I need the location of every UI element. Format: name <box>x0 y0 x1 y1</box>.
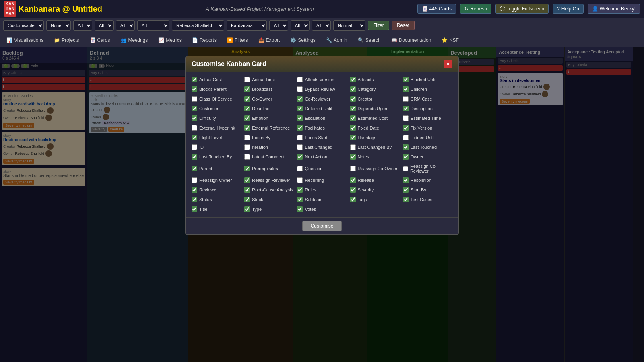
checkbox-votes[interactable] <box>297 206 303 212</box>
checkbox-release[interactable] <box>350 177 356 183</box>
nav-documentation[interactable]: 📖 Documentation <box>386 35 436 45</box>
checkbox-external-hyperlink[interactable] <box>192 125 197 131</box>
checkbox-children[interactable] <box>403 86 409 92</box>
modal-close-button[interactable]: × <box>444 60 452 68</box>
checkbox-status[interactable] <box>192 197 197 202</box>
checkbox-severity[interactable] <box>350 187 356 193</box>
checkbox-customer[interactable] <box>192 106 197 111</box>
checkbox-artifacts[interactable] <box>350 77 356 82</box>
reset-button[interactable]: Reset <box>392 21 415 30</box>
checkbox-hashtags[interactable] <box>350 135 356 140</box>
checkbox-question[interactable] <box>297 166 303 171</box>
all-select-1[interactable]: All <box>73 20 92 31</box>
checkbox-resolution[interactable] <box>403 177 409 183</box>
checkbox-facilitates[interactable] <box>297 125 303 131</box>
checkbox-class-of-service[interactable] <box>192 96 197 102</box>
checkbox-deadline[interactable] <box>244 106 250 111</box>
checkbox-type[interactable] <box>244 206 250 212</box>
checkbox-hidden-until[interactable] <box>403 135 409 140</box>
checkbox-emotion[interactable] <box>244 115 250 121</box>
help-button[interactable]: ? Help On <box>553 4 584 14</box>
all-select-7[interactable]: All <box>312 20 331 31</box>
checkbox-test-cases[interactable] <box>403 197 409 202</box>
user-select[interactable]: Rebecca Shalfield <box>172 20 224 31</box>
cards-button[interactable]: 🃏 445 Cards <box>417 4 456 14</box>
all-select-6[interactable]: All <box>291 20 310 31</box>
checkbox-category[interactable] <box>350 86 356 92</box>
checkbox-co-owner[interactable] <box>244 96 250 102</box>
checkbox-fixed-date[interactable] <box>350 125 356 131</box>
checkbox-prerequisites[interactable] <box>244 166 250 171</box>
all-select-5[interactable]: All <box>269 20 288 31</box>
checkbox-bypass-review[interactable] <box>297 86 303 92</box>
customise-button[interactable]: Customise <box>302 221 342 231</box>
checkbox-creator[interactable] <box>350 96 356 102</box>
nav-filters[interactable]: 🔽 Filters <box>222 35 253 45</box>
checkbox-co-reviewer[interactable] <box>297 96 303 102</box>
checkbox-subteam[interactable] <box>297 197 303 202</box>
checkbox-last-touched[interactable] <box>403 144 409 150</box>
normal-select[interactable]: Normal <box>333 20 365 31</box>
checkbox-difficulty[interactable] <box>192 115 197 121</box>
checkbox-fix-version[interactable] <box>403 125 409 131</box>
nav-meetings[interactable]: 👥 Meetings <box>116 35 153 45</box>
fullscreen-button[interactable]: ⛶ Toggle Fullscreen <box>495 4 549 14</box>
filter-button[interactable]: Filter <box>368 21 389 30</box>
checkbox-escalation[interactable] <box>297 115 303 121</box>
checkbox-id[interactable] <box>192 144 197 150</box>
checkbox-actual-cost[interactable] <box>192 77 197 82</box>
nav-search[interactable]: 🔍 Search <box>353 35 386 45</box>
nav-export[interactable]: 📤 Export <box>254 35 285 45</box>
checkbox-focus-by[interactable] <box>244 135 250 140</box>
checkbox-focus-start[interactable] <box>297 135 303 140</box>
checkbox-estimated-cost[interactable] <box>350 115 356 121</box>
checkbox-affects-version[interactable] <box>297 77 303 82</box>
nav-visualisations[interactable]: 📊 Visualisations <box>2 35 48 45</box>
checkbox-depends-upon[interactable] <box>350 106 356 111</box>
nav-settings[interactable]: ⚙️ Settings <box>285 35 320 45</box>
customise-select[interactable]: Customisable <box>3 20 44 31</box>
checkbox-external-reference[interactable] <box>244 125 250 131</box>
checkbox-blocked-until[interactable] <box>403 77 409 82</box>
checkbox-estimated-time[interactable] <box>403 115 409 121</box>
checkbox-title[interactable] <box>192 206 197 212</box>
nav-ksf[interactable]: ⭐ KSF <box>437 35 463 45</box>
nav-projects[interactable]: 📁 Projects <box>49 35 84 45</box>
checkbox-next-action[interactable] <box>297 154 303 160</box>
checkbox-latest-comment[interactable] <box>244 154 250 160</box>
checkbox-reassign-reviewer[interactable] <box>244 177 250 183</box>
checkbox-recurring[interactable] <box>297 177 303 183</box>
all-select-2[interactable]: All <box>95 20 114 31</box>
checkbox-flight-level[interactable] <box>192 135 197 140</box>
checkbox-stuck[interactable] <box>244 197 250 202</box>
checkbox-iteration[interactable] <box>244 144 250 150</box>
checkbox-last-touched-by[interactable] <box>192 154 197 160</box>
nav-admin[interactable]: 🔧 Admin <box>321 35 352 45</box>
checkbox-notes[interactable] <box>350 154 356 160</box>
checkbox-start-by[interactable] <box>403 187 409 193</box>
checkbox-owner[interactable] <box>403 154 409 160</box>
all-select-3[interactable]: All <box>116 20 135 31</box>
checkbox-broadcast[interactable] <box>244 86 250 92</box>
refresh-button[interactable]: ↻ Refresh <box>460 4 491 14</box>
checkbox-reviewer[interactable] <box>192 187 197 193</box>
project-select[interactable]: Kanbanara <box>227 20 267 31</box>
checkbox-crm-case[interactable] <box>403 96 409 102</box>
all-select-4[interactable]: All <box>137 20 169 31</box>
checkbox-deferred-until[interactable] <box>297 106 303 111</box>
checkbox-tags[interactable] <box>350 197 356 202</box>
user-button[interactable]: 👤 Welcome Becky! <box>588 4 640 14</box>
checkbox-reassign-owner[interactable] <box>192 177 197 183</box>
checkbox-parent[interactable] <box>192 166 197 171</box>
checkbox-rules[interactable] <box>297 187 303 193</box>
checkbox-reassign-co-reviewer[interactable] <box>403 166 408 171</box>
nav-metrics[interactable]: 📈 Metrics <box>153 35 186 45</box>
checkbox-root-cause-analysis[interactable] <box>244 187 250 193</box>
checkbox-blocks-parent[interactable] <box>192 86 197 92</box>
nav-cards[interactable]: 🃏 Cards <box>85 35 115 45</box>
nav-reports[interactable]: 📄 Reports <box>187 35 221 45</box>
checkbox-last-changed[interactable] <box>297 144 303 150</box>
checkbox-description[interactable] <box>403 106 409 111</box>
checkbox-actual-time[interactable] <box>244 77 250 82</box>
checkbox-last-changed-by[interactable] <box>350 144 356 150</box>
